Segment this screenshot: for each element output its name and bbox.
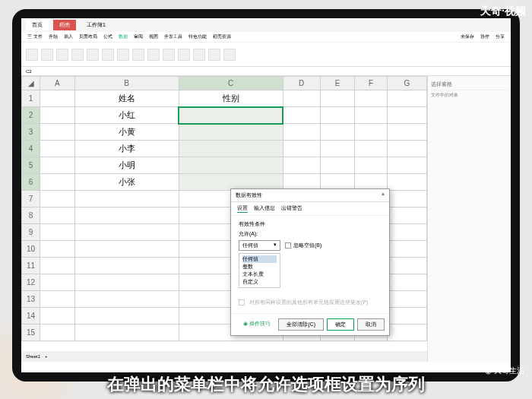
menu-review[interactable]: 审阅	[134, 33, 143, 40]
cell[interactable]	[387, 141, 426, 157]
cell[interactable]	[387, 224, 426, 241]
cell[interactable]	[320, 124, 355, 141]
cell[interactable]	[40, 207, 75, 224]
col-header[interactable]: B	[74, 77, 179, 90]
cell[interactable]	[40, 291, 75, 308]
cell[interactable]	[320, 107, 355, 124]
menu-feature[interactable]: 特色功能	[188, 33, 207, 40]
cell[interactable]	[355, 107, 387, 124]
row-header[interactable]: 3	[22, 124, 40, 141]
row-header[interactable]: 9	[22, 224, 40, 241]
row-header[interactable]: 13	[22, 291, 40, 308]
ribbon-button[interactable]	[223, 49, 236, 61]
sheet-tab[interactable]: Sheet1	[26, 354, 40, 359]
add-sheet-icon[interactable]: +	[45, 354, 48, 359]
cell[interactable]	[355, 157, 387, 174]
col-header[interactable]: D	[283, 77, 320, 90]
menu-data[interactable]: 数据	[119, 33, 128, 40]
cell[interactable]	[387, 291, 426, 308]
cell-selected[interactable]	[179, 157, 283, 174]
cell[interactable]	[74, 207, 179, 224]
cell[interactable]	[40, 191, 75, 207]
cell[interactable]	[387, 90, 426, 107]
menu-layout[interactable]: 页面布局	[79, 33, 97, 40]
menu-start[interactable]: 开始	[49, 33, 58, 40]
col-header[interactable]: A	[40, 77, 75, 90]
cell[interactable]: 姓名	[74, 90, 179, 107]
cell[interactable]	[40, 157, 75, 174]
menu-file[interactable]: 三 文件	[27, 33, 43, 40]
cell-selected[interactable]	[179, 141, 283, 157]
row-header[interactable]: 1	[22, 90, 40, 107]
cell[interactable]	[387, 157, 426, 174]
cancel-button[interactable]: 取消	[357, 318, 385, 331]
ribbon-button[interactable]	[26, 49, 38, 61]
tab-settings[interactable]: 设置	[237, 204, 248, 213]
cell[interactable]	[283, 90, 320, 107]
cell[interactable]	[74, 191, 179, 207]
cell[interactable]	[40, 308, 75, 325]
cell[interactable]	[387, 308, 426, 325]
cell[interactable]: 小黄	[74, 124, 179, 141]
clear-button[interactable]: 全部清除(C)	[278, 318, 324, 331]
ribbon-button[interactable]	[193, 49, 205, 61]
cell[interactable]	[387, 274, 426, 291]
tab-workbook[interactable]: 工作簿1	[81, 20, 112, 30]
allow-option[interactable]: 整数	[242, 263, 277, 271]
row-header[interactable]: 12	[22, 274, 40, 291]
close-icon[interactable]: ×	[382, 192, 385, 199]
cell[interactable]	[387, 107, 426, 124]
tab-home[interactable]: 首页	[26, 20, 49, 30]
ribbon-button[interactable]	[132, 49, 144, 61]
cell-selected[interactable]	[179, 124, 283, 141]
row-header[interactable]: 14	[22, 308, 40, 325]
cell[interactable]	[283, 124, 320, 141]
row-header[interactable]: 5	[22, 157, 40, 174]
cell[interactable]	[74, 308, 179, 325]
ribbon-button[interactable]	[41, 49, 53, 61]
row-header[interactable]: 10	[22, 241, 40, 258]
cell[interactable]	[387, 207, 426, 224]
cell[interactable]	[40, 124, 75, 141]
ok-button[interactable]: 确定	[327, 318, 354, 331]
cell[interactable]	[74, 325, 179, 341]
cell[interactable]	[283, 141, 320, 157]
cell[interactable]	[40, 325, 75, 341]
cell[interactable]	[40, 141, 75, 157]
checkbox-ignore-blank[interactable]	[285, 242, 291, 249]
row-header[interactable]: 2	[22, 107, 40, 124]
btn-collab[interactable]: 协作	[480, 33, 489, 40]
cell[interactable]	[40, 90, 75, 107]
cell[interactable]: 小红	[74, 107, 179, 124]
allow-select[interactable]: 任何值 ▾	[239, 240, 280, 251]
btn-share[interactable]: 分享	[496, 33, 505, 40]
tab-docer[interactable]: 稻壳	[53, 20, 76, 30]
ribbon-button[interactable]	[87, 49, 99, 61]
cell[interactable]	[40, 224, 75, 241]
allow-option[interactable]: 任何值	[242, 255, 277, 263]
cell[interactable]	[40, 107, 75, 124]
menu-formula[interactable]: 公式	[103, 33, 112, 40]
menu-resource[interactable]: 稻壳资源	[213, 33, 231, 40]
menu-dev[interactable]: 开发工具	[164, 33, 182, 40]
cell[interactable]: 性别	[179, 90, 283, 107]
cell[interactable]	[40, 241, 75, 258]
ribbon-button[interactable]	[163, 49, 175, 61]
row-header[interactable]: 15	[22, 325, 40, 341]
ribbon-button[interactable]	[178, 49, 190, 61]
cell[interactable]	[355, 90, 387, 107]
col-header[interactable]: E	[320, 77, 355, 90]
cell[interactable]	[355, 141, 387, 157]
cell[interactable]	[387, 124, 426, 141]
menu-view[interactable]: 视图	[149, 33, 158, 40]
cell[interactable]	[355, 124, 387, 141]
cell[interactable]: 小张	[74, 174, 179, 191]
cell[interactable]	[40, 274, 75, 291]
cell[interactable]	[387, 241, 426, 258]
cell[interactable]	[74, 241, 179, 258]
dialog-titlebar[interactable]: 数据有效性 ×	[231, 189, 389, 202]
cell[interactable]	[320, 157, 355, 174]
allow-option[interactable]: 文本长度	[242, 271, 277, 278]
ribbon-button[interactable]	[102, 49, 114, 61]
cell[interactable]	[320, 90, 355, 107]
